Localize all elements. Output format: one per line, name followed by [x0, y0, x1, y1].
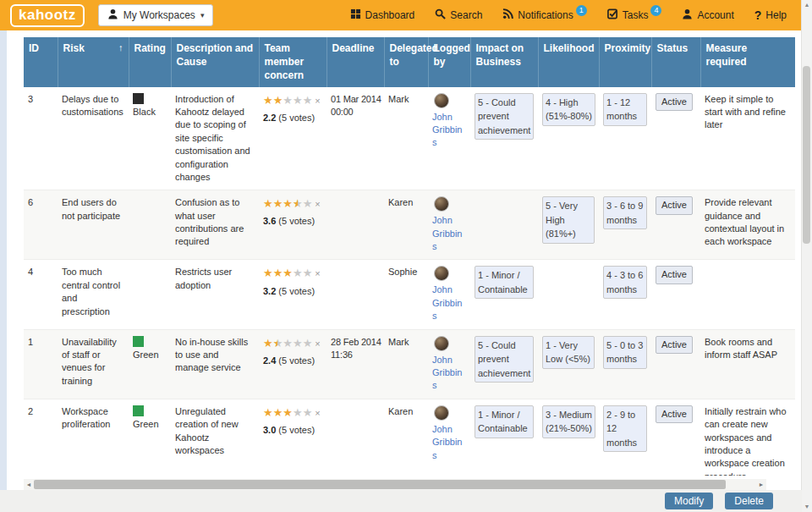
column-header-impact-on-business[interactable]: Impact on Business	[470, 37, 538, 87]
column-header-rating[interactable]: Rating	[129, 37, 171, 87]
likelihood-value[interactable]: 4 - High (51%-80%)	[542, 93, 595, 126]
star-icon[interactable]: ★★	[293, 196, 303, 212]
proximity-value[interactable]: 1 - 12 months	[603, 93, 647, 126]
star-icon[interactable]: ★	[303, 266, 313, 281]
user-link[interactable]: John Gribbins	[432, 284, 462, 321]
table-row[interactable]: 6End users do not participateConfusion a…	[24, 190, 795, 260]
star-icon[interactable]: ★	[293, 266, 303, 281]
star-icon[interactable]: ★	[303, 93, 313, 108]
status-badge[interactable]: Active	[656, 336, 693, 354]
star-icon[interactable]: ★	[263, 196, 273, 212]
proximity-value[interactable]: 5 - 0 to 3 months	[603, 336, 647, 369]
horizontal-scroll-thumb[interactable]	[34, 480, 726, 489]
star-icon[interactable]: ★	[283, 266, 293, 281]
table-row[interactable]: 1Unavailability of staff or venues for t…	[24, 329, 795, 399]
vertical-scrollbar[interactable]: ▲ ▼	[801, 0, 812, 512]
star-icon[interactable]: ★	[263, 93, 273, 108]
avatar[interactable]	[434, 196, 449, 212]
proximity-value[interactable]: 4 - 3 to 6 months	[603, 266, 647, 299]
proximity-value[interactable]: 3 - 6 to 9 months	[603, 196, 647, 229]
star-icon[interactable]: ★	[263, 336, 273, 351]
nav-item-tasks[interactable]: Tasks4	[607, 8, 662, 22]
user-link[interactable]: John Gribbins	[432, 112, 462, 148]
star-icon[interactable]: ★	[273, 405, 283, 421]
kahootz-logo[interactable]: kahootz	[10, 4, 85, 27]
table-row[interactable]: 2Workspace proliferationGreenUnregulated…	[24, 399, 795, 476]
clear-rating-icon[interactable]: ×	[315, 96, 320, 106]
star-icon[interactable]: ★	[303, 196, 313, 212]
star-rating[interactable]: ★★★★★×	[263, 94, 321, 107]
star-icon[interactable]: ★	[303, 405, 313, 421]
nav-item-dashboard[interactable]: Dashboard	[350, 8, 415, 22]
my-workspaces-button[interactable]: My Workspaces ▾	[98, 4, 214, 26]
avatar[interactable]	[434, 336, 449, 351]
delete-button[interactable]: Delete	[725, 493, 773, 509]
status-badge[interactable]: Active	[656, 405, 693, 423]
user-link[interactable]: John Gribbins	[432, 355, 462, 391]
clear-rating-icon[interactable]: ×	[315, 339, 320, 349]
star-icon[interactable]: ★	[273, 196, 283, 212]
modify-button[interactable]: Modify	[665, 493, 713, 509]
clear-rating-icon[interactable]: ×	[315, 199, 320, 209]
clear-rating-icon[interactable]: ×	[315, 268, 320, 278]
clear-rating-icon[interactable]: ×	[315, 408, 320, 418]
star-rating[interactable]: ★★★★★×	[263, 406, 321, 419]
nav-item-search[interactable]: Search	[435, 8, 482, 22]
scroll-right-icon[interactable]: ►	[756, 482, 766, 487]
star-rating[interactable]: ★★★★★★×	[263, 197, 321, 210]
user-link[interactable]: John Gribbins	[432, 424, 462, 460]
table-row[interactable]: 4Too much central control and prescripti…	[24, 260, 795, 329]
nav-item-notifications[interactable]: Notifications1	[502, 8, 586, 22]
avatar[interactable]	[434, 266, 449, 281]
column-header-measure-required[interactable]: Measure required	[700, 37, 795, 87]
column-header-team-member-concern[interactable]: Team member concern	[259, 37, 326, 87]
impact-value[interactable]: 1 - Minor / Containable	[475, 405, 534, 438]
status-badge[interactable]: Active	[656, 266, 693, 284]
column-header-status[interactable]: Status	[651, 37, 700, 87]
scroll-left-icon[interactable]: ◄	[24, 482, 34, 487]
likelihood-value[interactable]: 3 - Medium (21%-50%)	[542, 405, 595, 438]
star-icon[interactable]: ★	[273, 266, 283, 281]
star-icon[interactable]: ★	[263, 266, 273, 281]
impact-value[interactable]: 5 - Could prevent achievement	[475, 93, 534, 140]
column-header-deadline[interactable]: Deadline	[326, 37, 384, 87]
concern-score: 3.6 (5 votes)	[263, 215, 322, 228]
star-icon[interactable]: ★	[283, 336, 293, 351]
column-header-delegated-to[interactable]: Delegated to	[384, 37, 428, 87]
star-rating[interactable]: ★★★★★★×	[263, 337, 321, 350]
avatar[interactable]	[434, 93, 449, 108]
column-header-proximity[interactable]: Proximity	[599, 37, 651, 87]
scroll-down-icon[interactable]: ▼	[802, 502, 812, 512]
column-header-risk[interactable]: ↑Risk	[58, 37, 129, 87]
nav-item-help[interactable]: ?Help	[754, 8, 787, 22]
likelihood-value[interactable]: 5 - Very High (81%+)	[542, 196, 595, 244]
star-icon[interactable]: ★	[283, 93, 293, 108]
column-header-likelihood[interactable]: Likelihood	[538, 37, 599, 87]
vertical-scroll-thumb[interactable]	[803, 66, 810, 244]
star-icon[interactable]: ★	[293, 93, 303, 108]
column-header-id[interactable]: ID	[24, 37, 58, 87]
star-icon[interactable]: ★	[263, 405, 273, 421]
star-icon[interactable]: ★★	[273, 336, 283, 351]
star-rating[interactable]: ★★★★★×	[263, 267, 321, 279]
star-icon[interactable]: ★	[293, 336, 303, 351]
status-badge[interactable]: Active	[656, 93, 693, 111]
user-link[interactable]: John Gribbins	[432, 215, 462, 251]
status-badge[interactable]: Active	[656, 196, 693, 214]
column-header-logged-by[interactable]: Logged by	[428, 37, 470, 87]
impact-value[interactable]: 5 - Could prevent achievement	[475, 336, 534, 383]
star-icon[interactable]: ★	[283, 405, 293, 421]
impact-value[interactable]: 1 - Minor / Containable	[475, 266, 534, 299]
column-header-description-and-cause[interactable]: Description and Cause	[171, 37, 259, 87]
star-icon[interactable]: ★	[293, 405, 303, 421]
star-icon[interactable]: ★	[273, 93, 283, 108]
nav-item-account[interactable]: Account	[682, 8, 733, 22]
avatar[interactable]	[434, 405, 449, 421]
proximity-value[interactable]: 2 - 9 to 12 months	[603, 405, 647, 453]
star-icon[interactable]: ★	[303, 336, 313, 351]
star-icon[interactable]: ★	[283, 196, 293, 212]
scroll-up-icon[interactable]: ▲	[802, 0, 812, 10]
table-row[interactable]: 3Delays due to customisationsBlackIntrod…	[24, 87, 795, 190]
horizontal-scrollbar[interactable]: ◄ ►	[24, 479, 766, 490]
likelihood-value[interactable]: 1 - Very Low (<5%)	[542, 336, 595, 369]
